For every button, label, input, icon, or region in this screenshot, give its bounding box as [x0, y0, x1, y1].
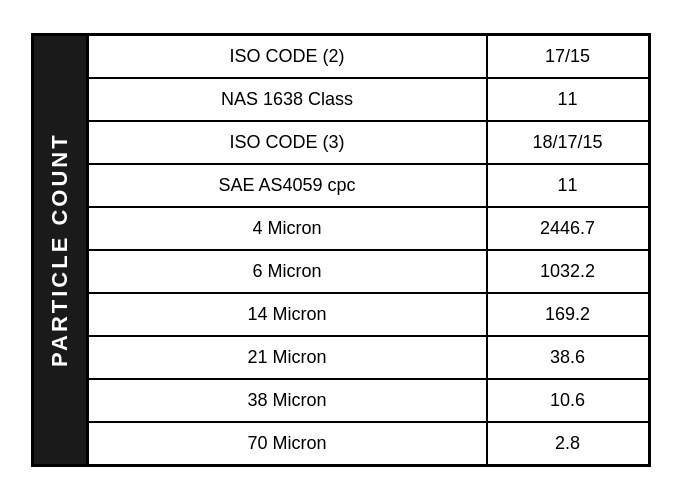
cell-value: 169.2 — [488, 294, 648, 335]
table-row: 38 Micron10.6 — [89, 380, 648, 423]
cell-value: 17/15 — [488, 36, 648, 77]
cell-value: 18/17/15 — [488, 122, 648, 163]
cell-label: 6 Micron — [89, 251, 488, 292]
cell-value: 10.6 — [488, 380, 648, 421]
cell-label: 70 Micron — [89, 423, 488, 464]
table-grid: ISO CODE (2)17/15NAS 1638 Class11ISO COD… — [86, 36, 648, 464]
cell-label: NAS 1638 Class — [89, 79, 488, 120]
cell-value: 11 — [488, 79, 648, 120]
cell-label: 4 Micron — [89, 208, 488, 249]
cell-value: 11 — [488, 165, 648, 206]
cell-label: ISO CODE (3) — [89, 122, 488, 163]
cell-label: 21 Micron — [89, 337, 488, 378]
cell-label: 38 Micron — [89, 380, 488, 421]
table-row: 4 Micron2446.7 — [89, 208, 648, 251]
table-row: 14 Micron169.2 — [89, 294, 648, 337]
table-row: 21 Micron38.6 — [89, 337, 648, 380]
table-row: NAS 1638 Class11 — [89, 79, 648, 122]
table-row: ISO CODE (2)17/15 — [89, 36, 648, 79]
vertical-header-label: PARTICLE COUNT — [34, 36, 86, 464]
cell-value: 1032.2 — [488, 251, 648, 292]
cell-label: 14 Micron — [89, 294, 488, 335]
cell-label: ISO CODE (2) — [89, 36, 488, 77]
cell-value: 38.6 — [488, 337, 648, 378]
table-row: 6 Micron1032.2 — [89, 251, 648, 294]
table-row: ISO CODE (3)18/17/15 — [89, 122, 648, 165]
cell-value: 2446.7 — [488, 208, 648, 249]
particle-count-table: PARTICLE COUNT ISO CODE (2)17/15NAS 1638… — [31, 33, 651, 467]
cell-value: 2.8 — [488, 423, 648, 464]
table-row: SAE AS4059 cpc11 — [89, 165, 648, 208]
table-row: 70 Micron2.8 — [89, 423, 648, 464]
cell-label: SAE AS4059 cpc — [89, 165, 488, 206]
